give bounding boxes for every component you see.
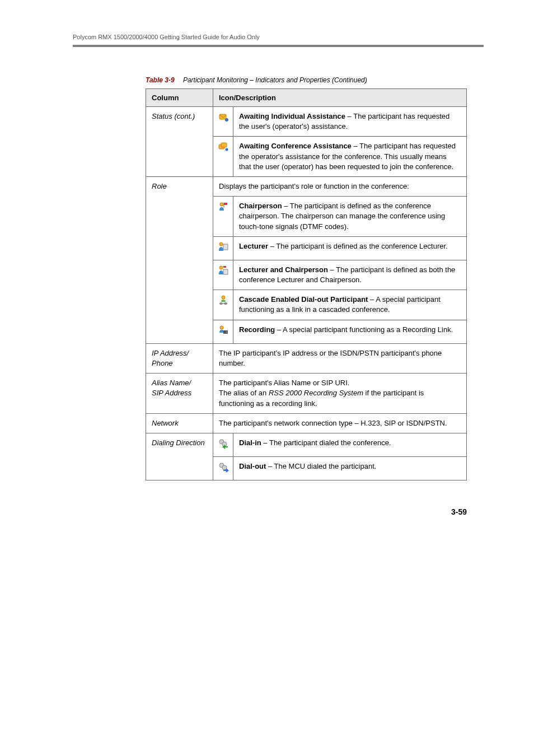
cell-dial-out-desc: Dial-out – The MCU dialed the participan… bbox=[233, 457, 467, 480]
cell-alias-label: Alias Name/ SIP Address bbox=[146, 374, 213, 414]
desc-text: – The MCU dialed the participant. bbox=[266, 462, 376, 470]
svg-point-10 bbox=[219, 266, 223, 269]
bold-text: Dial-in bbox=[239, 438, 261, 447]
svg-point-15 bbox=[224, 302, 227, 305]
desc-text: – The participant is defined as the conf… bbox=[268, 242, 448, 250]
desc-text: – The participant dialed the conference. bbox=[261, 438, 391, 447]
table-row: Alias Name/ SIP Address The participant'… bbox=[146, 374, 467, 414]
dial-out-icon bbox=[213, 457, 233, 480]
cell-role-label: Role bbox=[146, 176, 213, 343]
table-row: IP Address/ Phone The IP participant's I… bbox=[146, 343, 467, 373]
svg-point-17 bbox=[220, 326, 223, 329]
svg-rect-11 bbox=[223, 266, 226, 268]
cascade-icon bbox=[213, 290, 233, 320]
bold-text: Lecturer and Chairperson bbox=[239, 265, 328, 274]
svg-point-13 bbox=[222, 296, 225, 299]
page-number: 3-59 bbox=[50, 507, 467, 516]
cell-ip-phone-label: IP Address/ Phone bbox=[146, 343, 213, 373]
cell-chairperson-desc: Chairperson – The participant is defined… bbox=[233, 197, 467, 237]
table-row: Role Displays the participant's role or … bbox=[146, 176, 467, 196]
cell-await-individual-desc: Awaiting Individual Assistance – The par… bbox=[233, 107, 467, 137]
cell-cascade-desc: Cascade Enabled Dial-out Participant – A… bbox=[233, 290, 467, 320]
cell-await-conference-desc: Awaiting Conference Assistance – The par… bbox=[233, 137, 467, 177]
cell-lecturer-chair-desc: Lecturer and Chairperson – The participa… bbox=[233, 260, 467, 290]
cell-alias-desc: The participant's Alias Name or SIP URI.… bbox=[213, 374, 467, 414]
svg-rect-6 bbox=[224, 203, 227, 205]
await-conference-icon bbox=[213, 137, 233, 177]
bold-text: Chairperson bbox=[239, 202, 282, 210]
col-header-icon-desc: Icon/Description bbox=[213, 89, 467, 107]
cell-dial-in-desc: Dial-in – The participant dialed the con… bbox=[233, 433, 467, 456]
cell-network-desc: The participant's network connection typ… bbox=[213, 413, 467, 433]
desc-text: – A special participant functioning as a… bbox=[275, 325, 453, 334]
alias-italic: RSS 2000 Recording System bbox=[269, 389, 363, 397]
lecturer-icon bbox=[213, 236, 233, 260]
table-container: Table 3-9 Participant Monitoring – Indic… bbox=[146, 76, 467, 480]
svg-rect-12 bbox=[223, 269, 228, 274]
chairperson-icon bbox=[213, 197, 233, 237]
svg-rect-3 bbox=[221, 143, 227, 147]
bold-text: Cascade Enabled Dial-out Participant bbox=[239, 295, 368, 304]
svg-rect-9 bbox=[223, 244, 228, 250]
table-label: Table 3-9 bbox=[146, 76, 175, 84]
cell-network-label: Network bbox=[146, 413, 213, 433]
bold-text: Dial-out bbox=[239, 462, 266, 470]
svg-point-5 bbox=[220, 203, 223, 206]
table-header-row: Column Icon/Description bbox=[146, 89, 467, 107]
svg-point-1 bbox=[225, 118, 228, 122]
svg-point-14 bbox=[219, 302, 223, 305]
table-caption: Table 3-9 Participant Monitoring – Indic… bbox=[146, 76, 467, 84]
bold-text: Lecturer bbox=[239, 242, 268, 250]
header-rule bbox=[73, 45, 484, 47]
table-row: Dialing Direction Dial-in – The particip… bbox=[146, 433, 467, 456]
indicators-table: Column Icon/Description Status (cont.) A… bbox=[146, 88, 467, 480]
table-title: Participant Monitoring – Indicators and … bbox=[183, 76, 367, 84]
table-row: Status (cont.) Awaiting Individual Assis… bbox=[146, 107, 467, 137]
bold-text: Awaiting Individual Assistance bbox=[239, 112, 345, 120]
recording-icon bbox=[213, 320, 233, 343]
svg-point-19 bbox=[226, 331, 227, 333]
running-header: Polycom RMX 1500/2000/4000 Getting Start… bbox=[73, 34, 484, 40]
cell-ip-phone-desc: The IP participant's IP address or the I… bbox=[213, 343, 467, 373]
await-individual-icon bbox=[213, 107, 233, 137]
bold-text: Recording bbox=[239, 325, 275, 334]
page-content: Polycom RMX 1500/2000/4000 Getting Start… bbox=[0, 0, 534, 539]
table-row: Network The participant's network connec… bbox=[146, 413, 467, 433]
cell-status-cont-label: Status (cont.) bbox=[146, 107, 213, 177]
dial-in-icon bbox=[213, 433, 233, 456]
svg-point-8 bbox=[219, 242, 223, 246]
svg-point-4 bbox=[225, 148, 228, 151]
cell-lecturer-desc: Lecturer – The participant is defined as… bbox=[233, 236, 467, 260]
col-header-column: Column bbox=[146, 89, 213, 107]
cell-role-intro: Displays the participant's role or funct… bbox=[213, 176, 467, 196]
bold-text: Awaiting Conference Assistance bbox=[239, 142, 352, 150]
cell-recording-desc: Recording – A special participant functi… bbox=[233, 320, 467, 343]
lecturer-chairperson-icon bbox=[213, 260, 233, 290]
cell-dialing-label: Dialing Direction bbox=[146, 433, 213, 480]
